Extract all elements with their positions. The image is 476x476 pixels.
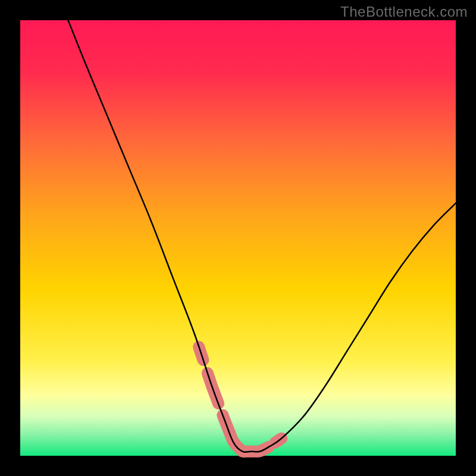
watermark-text: TheBottleneck.com	[340, 4, 468, 20]
chart-frame: TheBottleneck.com	[0, 0, 476, 476]
gradient-background	[20, 20, 456, 456]
bottleneck-chart	[0, 0, 476, 476]
